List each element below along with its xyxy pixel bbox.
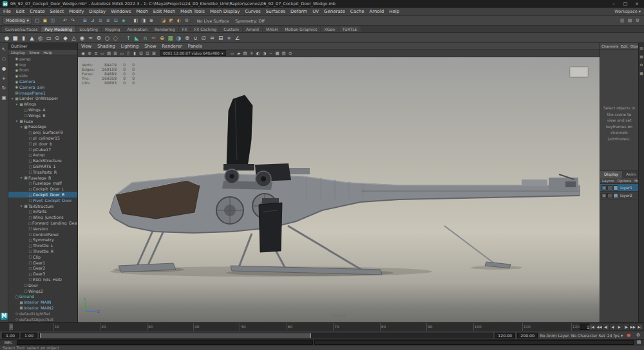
- lighting-icon[interactable]: ☀: [249, 50, 255, 57]
- animation-start-field[interactable]: 1.00: [2, 333, 19, 338]
- outliner-item[interactable]: ▢ EXO_hits_HUD: [8, 277, 77, 282]
- layer-row[interactable]: V layer2: [600, 192, 638, 199]
- shelf-tab[interactable]: FX Caching: [191, 26, 220, 32]
- anim-layer-selector[interactable]: No Anim Layer: [540, 333, 569, 338]
- shelf-tab[interactable]: Curves/Surfaces: [2, 26, 41, 32]
- input-connections-icon[interactable]: ◧: [132, 17, 140, 24]
- safe-action-icon[interactable]: ⊡: [144, 50, 151, 57]
- multisample-aa-icon[interactable]: ▦: [274, 50, 281, 57]
- camera-attributes-icon[interactable]: ≡: [93, 50, 99, 57]
- show-attribute-editor-icon[interactable]: ▤: [626, 17, 634, 24]
- shelf-tab[interactable]: Poly Modeling: [41, 26, 75, 32]
- open-scene-icon[interactable]: ▣: [41, 17, 49, 24]
- make-live-icon[interactable]: ◈: [120, 17, 128, 24]
- bevel-icon[interactable]: ◣: [133, 33, 141, 42]
- outliner-item[interactable]: ◉ top: [8, 62, 77, 68]
- bridge-icon[interactable]: ∩: [141, 33, 149, 42]
- snap-curve-icon[interactable]: ⊿: [89, 17, 97, 24]
- screen-space-ao-icon[interactable]: ◑: [261, 50, 268, 57]
- outliner-item[interactable]: ▤ imagePlane1: [8, 90, 77, 96]
- poly-disc-icon[interactable]: ⊙: [53, 33, 61, 42]
- menu-item[interactable]: Mesh: [136, 9, 147, 14]
- attribute-editor-icon[interactable]: ▤: [639, 53, 644, 59]
- new-scene-icon[interactable]: ▢: [33, 17, 41, 24]
- poly-plane-icon[interactable]: ▭: [44, 33, 53, 42]
- outliner-item[interactable]: ▢ InParts: [8, 209, 77, 215]
- outliner-item[interactable]: ▾ ▦ Fuse: [8, 118, 77, 124]
- menu-item[interactable]: View: [81, 44, 91, 49]
- render-settings-icon[interactable]: ⚙: [183, 17, 191, 24]
- shelf-tab[interactable]: TURTLE: [339, 26, 360, 32]
- multi-cut-icon[interactable]: ✂: [149, 33, 158, 42]
- snap-projected-center-icon[interactable]: ⊚: [104, 17, 112, 24]
- outliner-item[interactable]: ▦ Interior_MAIN2: [8, 305, 77, 311]
- sculpt-tool-icon[interactable]: ∗: [225, 33, 233, 42]
- redo-icon[interactable]: ↷: [69, 17, 77, 24]
- menu-item[interactable]: Modify: [69, 9, 84, 14]
- wireframe-icon[interactable]: ▱: [229, 50, 236, 57]
- outliner-item[interactable]: ▢ Forward_Landing_Gears: [8, 220, 77, 226]
- step-forward-frame-button[interactable]: ▶▶: [630, 324, 636, 330]
- scale-tool-icon[interactable]: ▣: [1, 94, 8, 101]
- combine-icon[interactable]: ≡: [208, 33, 216, 42]
- select-tool-icon[interactable]: ↖: [1, 46, 8, 53]
- menu-set-selector[interactable]: Modeling ▾: [3, 17, 32, 24]
- poly-torus-icon[interactable]: ◎: [36, 33, 44, 42]
- playback-end-field[interactable]: 120.00: [495, 333, 515, 338]
- menu-item[interactable]: Create: [30, 9, 44, 14]
- quad-draw-icon[interactable]: ▦: [166, 33, 175, 42]
- viewport-hud-widget[interactable]: [569, 66, 589, 78]
- shelf-tab[interactable]: Sculpting: [76, 26, 101, 32]
- outliner-item[interactable]: ▢ Clip: [8, 254, 77, 260]
- menu-item[interactable]: Display: [11, 50, 25, 55]
- layer-playback-toggle[interactable]: [607, 185, 612, 190]
- range-bar-handle[interactable]: [40, 333, 311, 338]
- outliner-item[interactable]: ▢ Throttle_R: [8, 248, 77, 254]
- outliner-item[interactable]: ▢ pCube17: [8, 147, 77, 152]
- layer-tab[interactable]: Anim: [622, 171, 639, 178]
- go-to-end-button[interactable]: ▶|: [637, 324, 643, 330]
- live-surface-indicator[interactable]: No Live Surface: [197, 19, 229, 23]
- layer-visibility-toggle[interactable]: V: [601, 193, 607, 198]
- menu-item[interactable]: Edit: [16, 9, 25, 14]
- outliner-item[interactable]: ◉ Camera: [8, 78, 77, 84]
- channel-box-icon[interactable]: ▥: [639, 45, 644, 50]
- spaceship-model[interactable]: [78, 57, 600, 322]
- shelf-tab[interactable]: MASH: [263, 26, 281, 32]
- menu-item[interactable]: Mesh Tools: [180, 9, 205, 14]
- layer-row[interactable]: V layer1: [600, 184, 638, 192]
- snap-point-icon[interactable]: ⊙: [97, 17, 104, 24]
- menu-item[interactable]: Help: [389, 9, 399, 14]
- boolean-union-icon[interactable]: ∪: [191, 33, 200, 42]
- outliner-item[interactable]: ▢ Cockpit_Door_R: [8, 192, 77, 198]
- poly-pipe-icon[interactable]: ◉: [78, 33, 86, 42]
- menu-item[interactable]: Options: [618, 179, 632, 183]
- menu-item[interactable]: Generate: [324, 9, 345, 14]
- snap-grid-icon[interactable]: ⊞: [81, 17, 89, 24]
- construction-history-icon[interactable]: ⊕: [147, 17, 155, 24]
- layer-playback-toggle[interactable]: [607, 193, 612, 198]
- crease-tool-icon[interactable]: ∠: [233, 33, 242, 42]
- outliner-item[interactable]: ◉ persp: [8, 56, 77, 62]
- outliner-item[interactable]: ▢ GSPARTS_1: [8, 163, 77, 169]
- menu-item[interactable]: Mesh Display: [210, 9, 240, 14]
- outliner-item[interactable]: ▢ Wings2: [8, 288, 77, 294]
- menu-item[interactable]: Renderer: [162, 44, 182, 49]
- menu-item[interactable]: Display: [89, 9, 106, 14]
- fps-selector[interactable]: 24 fps ▾: [607, 333, 623, 338]
- shelf-tab[interactable]: Motion Graphics: [281, 26, 320, 32]
- rotate-tool-icon[interactable]: ↻: [1, 84, 8, 91]
- modeling-toolkit-icon[interactable]: ▦: [639, 70, 644, 75]
- menu-item[interactable]: Help: [43, 50, 52, 55]
- outliner-item[interactable]: ▾ ▦ Fuselage_B: [8, 175, 77, 181]
- outliner-item[interactable]: ◉ side: [8, 73, 77, 78]
- shelf-tab[interactable]: Arnold: [243, 26, 262, 32]
- outliner-item[interactable]: ▢ Gear3: [8, 271, 77, 277]
- close-button[interactable]: ×: [632, 1, 641, 6]
- outliner-item[interactable]: ▢ Cockpit_Door_L: [8, 186, 77, 192]
- poly-pyramid-icon[interactable]: △: [70, 33, 78, 42]
- outliner-item[interactable]: ▢ Gear2: [8, 265, 77, 271]
- outliner-item[interactable]: ▾ ▦ Lander_UnWrapper: [8, 96, 77, 102]
- play-backwards-button[interactable]: ◀: [610, 324, 616, 330]
- maximize-button[interactable]: □: [621, 1, 630, 6]
